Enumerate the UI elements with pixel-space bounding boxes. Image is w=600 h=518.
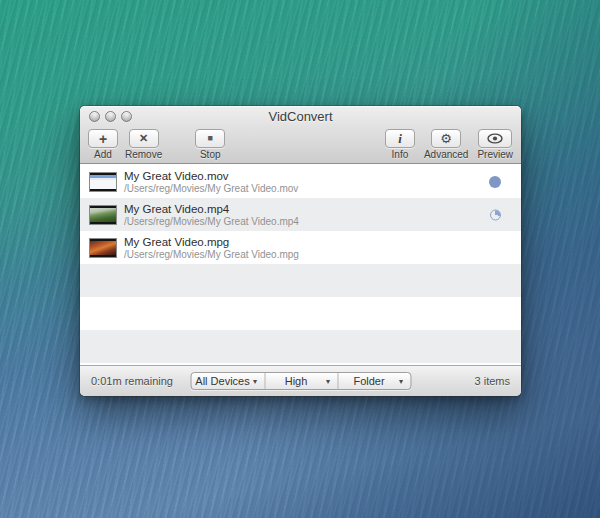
file-path: /Users/reg/Movies/My Great Video.mp4	[124, 216, 299, 228]
destination-dropdown[interactable]: Folder ▾	[337, 373, 410, 389]
destination-dropdown-label: Folder	[353, 375, 394, 387]
advanced-button-face[interactable]: ⚙	[431, 129, 461, 148]
video-thumbnail	[89, 238, 117, 258]
close-button[interactable]	[89, 111, 100, 122]
info-icon: i	[398, 132, 402, 145]
file-name: My Great Video.mp4	[124, 202, 299, 216]
file-path: /Users/reg/Movies/My Great Video.mpg	[124, 249, 299, 261]
x-icon: ✕	[139, 133, 148, 144]
window-header: VidConvert + Add ✕ Remove	[80, 106, 521, 164]
zoom-button[interactable]	[121, 111, 132, 122]
remove-button-label: Remove	[125, 149, 162, 160]
preview-button-label: Preview	[477, 149, 513, 160]
add-button-label: Add	[94, 149, 112, 160]
info-button-face[interactable]: i	[385, 129, 415, 148]
stop-icon: ■	[208, 134, 213, 143]
add-button[interactable]: + Add	[88, 129, 118, 160]
gear-icon: ⚙	[440, 132, 452, 145]
file-text: My Great Video.mp4 /Users/reg/Movies/My …	[124, 202, 299, 228]
remove-button[interactable]: ✕ Remove	[125, 129, 162, 160]
quality-dropdown[interactable]: High ▾	[264, 373, 337, 389]
traffic-lights	[89, 111, 132, 122]
file-name: My Great Video.mov	[124, 169, 298, 183]
preview-button[interactable]: Preview	[477, 129, 513, 160]
conversion-options: All Devices ▾ High ▾ Folder ▾	[190, 372, 411, 390]
file-path: /Users/reg/Movies/My Great Video.mov	[124, 183, 298, 195]
eye-icon	[487, 133, 503, 144]
titlebar[interactable]: VidConvert	[80, 106, 521, 127]
status-waiting-icon	[489, 176, 501, 188]
empty-row	[80, 297, 521, 330]
empty-row	[80, 264, 521, 297]
status-bar: 0:01m remaining All Devices ▾ High ▾ Fol…	[80, 365, 521, 396]
stop-button-label: Stop	[200, 149, 221, 160]
file-row-mov[interactable]: My Great Video.mov /Users/reg/Movies/My …	[80, 165, 521, 198]
advanced-button[interactable]: ⚙ Advanced	[424, 129, 468, 160]
chevron-down-icon: ▾	[253, 377, 257, 386]
file-name: My Great Video.mpg	[124, 235, 299, 249]
toolbar-left-group: + Add ✕ Remove ■ Stop	[88, 129, 225, 160]
remove-button-face[interactable]: ✕	[129, 129, 159, 148]
toolbar-right-group: i Info ⚙ Advanced	[385, 129, 513, 160]
file-text: My Great Video.mov /Users/reg/Movies/My …	[124, 169, 298, 195]
video-thumbnail	[89, 205, 117, 225]
video-thumbnail	[89, 172, 117, 192]
add-button-face[interactable]: +	[88, 129, 118, 148]
advanced-button-label: Advanced	[424, 149, 468, 160]
minimize-button[interactable]	[105, 111, 116, 122]
items-count: 3 items	[475, 375, 510, 387]
plus-icon: +	[99, 132, 107, 146]
chevron-down-icon: ▾	[399, 377, 403, 386]
devices-dropdown-label: All Devices	[195, 375, 259, 387]
empty-row	[80, 330, 521, 363]
progress-pie-icon	[490, 209, 501, 220]
window-title: VidConvert	[80, 106, 521, 127]
info-button-label: Info	[392, 149, 409, 160]
vidconvert-window: VidConvert + Add ✕ Remove	[80, 106, 521, 396]
time-remaining: 0:01m remaining	[91, 375, 173, 387]
toolbar: + Add ✕ Remove ■ Stop	[80, 127, 521, 160]
chevron-down-icon: ▾	[326, 377, 330, 386]
preview-button-face[interactable]	[478, 129, 512, 148]
devices-dropdown[interactable]: All Devices ▾	[191, 373, 264, 389]
stop-button-face[interactable]: ■	[195, 129, 225, 148]
stop-button[interactable]: ■ Stop	[195, 129, 225, 160]
info-button[interactable]: i Info	[385, 129, 415, 160]
file-list: My Great Video.mov /Users/reg/Movies/My …	[80, 165, 521, 365]
file-text: My Great Video.mpg /Users/reg/Movies/My …	[124, 235, 299, 261]
quality-dropdown-label: High	[285, 375, 318, 387]
file-row-mp4[interactable]: My Great Video.mp4 /Users/reg/Movies/My …	[80, 198, 521, 231]
file-row-mpg[interactable]: My Great Video.mpg /Users/reg/Movies/My …	[80, 231, 521, 264]
